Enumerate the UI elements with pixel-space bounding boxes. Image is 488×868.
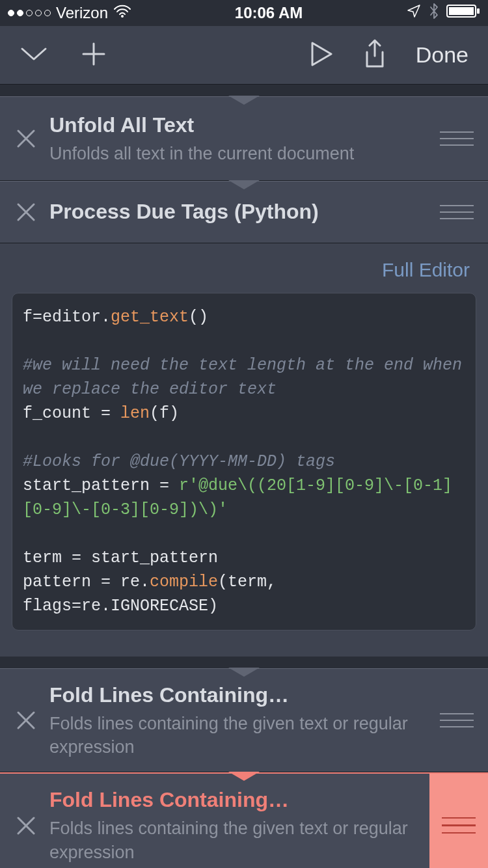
action-process-due-tags[interactable]: Process Due Tags (Python) <box>0 181 488 243</box>
drag-handle-icon[interactable] <box>429 774 488 868</box>
bluetooth-icon <box>428 3 440 23</box>
done-button[interactable]: Done <box>416 42 468 68</box>
drag-handle-icon[interactable] <box>437 131 474 146</box>
action-subtitle: Folds lines containing the given text or… <box>49 817 411 864</box>
svg-rect-2 <box>449 7 474 15</box>
full-editor-link[interactable]: Full Editor <box>12 254 476 293</box>
status-left: Verizon <box>8 4 131 22</box>
carrier-label: Verizon <box>56 4 108 22</box>
status-bar: Verizon 10:06 AM <box>0 0 488 26</box>
add-button[interactable] <box>81 41 107 70</box>
wifi-icon <box>113 4 131 22</box>
action-subtitle: Folds lines containing the given text or… <box>49 712 419 759</box>
action-title: Fold Lines Containing… <box>49 787 411 814</box>
drag-handle-icon[interactable] <box>437 713 474 727</box>
collapse-button[interactable] <box>20 45 48 66</box>
signal-dots-icon <box>8 10 51 16</box>
editor-panel: Full Editor f=editor.get_text() #we will… <box>0 243 488 657</box>
action-unfold-all[interactable]: Unfold All Text Unfolds all text in the … <box>0 96 488 181</box>
play-button[interactable] <box>309 40 334 70</box>
location-icon <box>406 3 422 23</box>
action-subtitle: Unfolds all text in the current document <box>49 142 419 165</box>
action-title: Fold Lines Containing… <box>49 682 419 709</box>
close-icon[interactable] <box>14 814 38 837</box>
close-icon[interactable] <box>14 127 38 150</box>
toolbar: Done <box>0 26 488 85</box>
action-fold-lines-1[interactable]: Fold Lines Containing… Folds lines conta… <box>0 668 488 772</box>
close-icon[interactable] <box>14 200 38 224</box>
svg-rect-3 <box>477 8 480 14</box>
share-button[interactable] <box>363 39 386 72</box>
close-icon[interactable] <box>14 709 38 732</box>
status-right <box>406 3 480 23</box>
drag-handle-icon[interactable] <box>437 205 474 219</box>
action-fold-lines-2-error[interactable]: Fold Lines Containing… Folds lines conta… <box>0 772 488 868</box>
code-editor[interactable]: f=editor.get_text() #we will need the te… <box>12 293 476 631</box>
action-title: Process Due Tags (Python) <box>49 198 419 226</box>
svg-point-0 <box>121 15 124 18</box>
action-title: Unfold All Text <box>49 112 419 139</box>
status-time: 10:06 AM <box>235 4 303 22</box>
battery-icon <box>446 3 480 23</box>
